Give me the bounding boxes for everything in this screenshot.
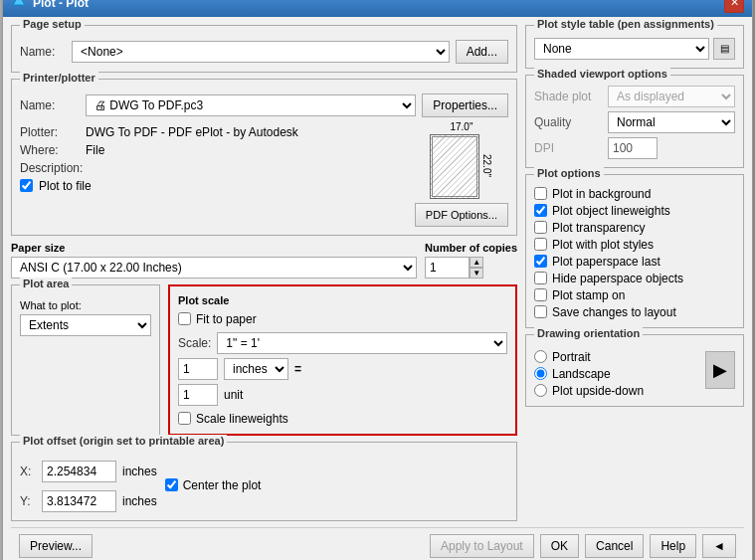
landscape-mirror-button[interactable]: ▶ xyxy=(705,351,735,389)
orientation-radio-portrait[interactable] xyxy=(534,350,547,363)
quality-select[interactable]: Normal xyxy=(608,111,735,133)
plot-option-checkbox-0[interactable] xyxy=(534,187,547,200)
plot-style-select[interactable]: None xyxy=(534,38,709,60)
plot-style-table-group: Plot style table (pen assignments) None … xyxy=(525,25,744,69)
left-column: Page setup Name: <None> Add... Printer/p… xyxy=(11,25,517,521)
preview-height-label: 22.0" xyxy=(481,154,492,177)
copies-group: Number of copies ▲ ▼ xyxy=(425,242,517,279)
plot-option-label-3: Plot with plot styles xyxy=(552,238,654,252)
plot-option-checkbox-4[interactable] xyxy=(534,255,547,268)
copies-input[interactable] xyxy=(425,257,470,279)
plot-option-checkbox-1[interactable] xyxy=(534,204,547,217)
shade-plot-select: As displayed xyxy=(608,86,735,107)
copies-up-button[interactable]: ▲ xyxy=(470,257,483,268)
scale-label: Scale: xyxy=(178,336,211,350)
drawing-orientation-title: Drawing orientation xyxy=(534,327,643,339)
ok-button[interactable]: OK xyxy=(540,534,579,558)
page-setup-name-select[interactable]: <None> xyxy=(72,41,450,63)
add-button[interactable]: Add... xyxy=(456,40,508,64)
what-to-plot-select[interactable]: Extents xyxy=(20,314,151,336)
plot-to-file-row: Plot to file xyxy=(20,179,407,193)
plot-option-label-6: Plot stamp on xyxy=(552,288,625,302)
plot-options-title: Plot options xyxy=(534,167,604,179)
quality-label: Quality xyxy=(534,115,602,129)
orientation-radio-upsidedown[interactable] xyxy=(534,384,547,397)
shade-plot-label: Shade plot xyxy=(534,90,602,103)
paper-preview-area: 17.0" 22.0" PDF Options... xyxy=(415,121,508,227)
page-setup-title: Page setup xyxy=(20,18,85,30)
scale-select[interactable]: 1" = 1' xyxy=(217,332,507,354)
dpi-input xyxy=(608,137,658,159)
plot-option-label-4: Plot paperspace last xyxy=(552,255,661,269)
orientation-row-0: Portrait xyxy=(534,350,644,364)
scale-lineweights-checkbox[interactable] xyxy=(178,412,191,425)
plot-option-checkbox-3[interactable] xyxy=(534,238,547,251)
apply-to-layout-button[interactable]: Apply to Layout xyxy=(430,534,534,558)
help-button[interactable]: Help xyxy=(650,534,696,558)
preview-button[interactable]: Preview... xyxy=(19,534,93,558)
bottom-right-buttons: Apply to Layout OK Cancel Help ◄ xyxy=(430,534,736,558)
scale-value1-input[interactable] xyxy=(178,358,218,380)
x-unit-label: inches xyxy=(122,465,157,478)
plot-area-group: Plot area What to plot: Extents xyxy=(11,284,160,436)
plot-option-checkbox-2[interactable] xyxy=(534,221,547,234)
offset-y-row: Y: inches xyxy=(20,490,157,512)
plot-to-file-checkbox[interactable] xyxy=(20,179,33,192)
dpi-label: DPI xyxy=(534,141,602,155)
close-button[interactable]: ✕ xyxy=(724,0,744,13)
properties-button[interactable]: Properties... xyxy=(422,93,508,117)
what-to-plot-label: What to plot: xyxy=(20,299,151,311)
cancel-button[interactable]: Cancel xyxy=(585,534,644,558)
center-plot-checkbox[interactable] xyxy=(165,478,178,491)
orientation-label-portrait: Portrait xyxy=(552,350,591,364)
scale-unit1-select[interactable]: inches xyxy=(224,358,288,380)
description-row: Description: xyxy=(20,161,407,175)
app-icon xyxy=(11,0,27,12)
copies-down-button[interactable]: ▼ xyxy=(470,268,483,279)
plot-style-edit-button[interactable]: ▤ xyxy=(713,38,735,60)
plot-style-title: Plot style table (pen assignments) xyxy=(534,18,717,30)
orientation-row-1: Landscape xyxy=(534,367,644,381)
plot-options-container: Plot in backgroundPlot object lineweight… xyxy=(534,187,735,319)
plot-option-checkbox-6[interactable] xyxy=(534,288,547,301)
plot-option-checkbox-5[interactable] xyxy=(534,272,547,284)
printer-name-select[interactable]: 🖨 DWG To PDF.pc3 xyxy=(86,94,416,116)
plotter-value: DWG To PDF - PDF ePlot - by Autodesk xyxy=(86,125,298,139)
fit-to-paper-row: Fit to paper xyxy=(178,312,507,326)
plot-scale-title: Plot scale xyxy=(178,294,507,306)
shaded-viewport-title: Shaded viewport options xyxy=(534,68,670,80)
x-value-input[interactable] xyxy=(42,461,116,482)
plot-option-checkbox-7[interactable] xyxy=(534,305,547,318)
fit-to-paper-label: Fit to paper xyxy=(196,312,257,326)
paper-preview-box xyxy=(430,134,479,199)
fit-to-paper-checkbox[interactable] xyxy=(178,312,191,325)
scale-values-row: inches = xyxy=(178,358,507,380)
plot-area-scale-row: Plot area What to plot: Extents Plot sca… xyxy=(11,284,517,436)
main-content: Page setup Name: <None> Add... Printer/p… xyxy=(11,25,744,521)
drawing-orientation-group: Drawing orientation PortraitLandscapePlo… xyxy=(525,334,744,407)
plot-offset-title: Plot offset (origin set to printable are… xyxy=(20,435,227,447)
y-value-input[interactable] xyxy=(42,490,116,512)
plot-option-row: Plot with plot styles xyxy=(534,238,735,252)
equals-sign: = xyxy=(294,362,301,376)
offset-xy-col: X: inches Y: inches xyxy=(20,457,157,512)
plot-option-row: Plot in background xyxy=(534,187,735,201)
y-label: Y: xyxy=(20,494,36,508)
paper-size-label: Paper size xyxy=(11,242,417,254)
offset-x-row: X: inches xyxy=(20,461,157,482)
description-label: Description: xyxy=(20,161,80,175)
pdf-options-button[interactable]: PDF Options... xyxy=(415,203,508,227)
preview-wrapper: 22.0" xyxy=(430,134,492,199)
scale-value2-input[interactable] xyxy=(178,384,218,406)
what-to-plot-row: What to plot: Extents xyxy=(20,299,151,336)
center-plot-label: Center the plot xyxy=(183,478,262,492)
orientation-radio-landscape[interactable] xyxy=(534,367,547,380)
plot-option-row: Plot object lineweights xyxy=(534,204,735,218)
paper-size-select[interactable]: ANSI C (17.00 x 22.00 Inches) xyxy=(11,257,417,279)
scale-values2-row: unit xyxy=(178,384,507,406)
svg-marker-0 xyxy=(13,0,25,5)
arrow-button[interactable]: ◄ xyxy=(702,534,736,558)
plot-style-row: None ▤ xyxy=(534,38,735,60)
orientation-label-landscape: Landscape xyxy=(552,367,611,381)
scale-row: Scale: 1" = 1' xyxy=(178,332,507,354)
